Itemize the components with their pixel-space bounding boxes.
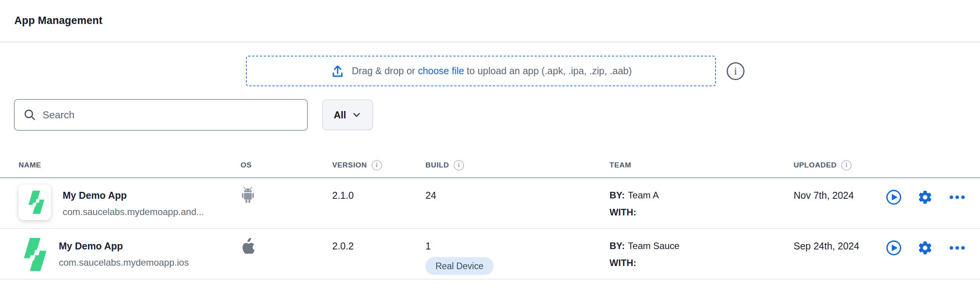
column-header-uploaded[interactable]: UPLOADEDi	[794, 160, 886, 171]
build-number: 24	[425, 190, 610, 201]
team-with-line: WITH:	[610, 207, 794, 218]
table-header: NAME OS VERSIONi BUILDi TEAM UPLOADEDi	[0, 153, 980, 178]
upload-dropzone[interactable]: Drag & drop or choose file to upload an …	[246, 56, 716, 86]
team-cell: BY:Team Sauce WITH:	[610, 229, 794, 268]
info-icon[interactable]: i	[454, 160, 464, 171]
saucelabs-app-icon	[25, 189, 45, 215]
column-header-name[interactable]: NAME	[19, 161, 241, 169]
actions-cell	[886, 229, 980, 256]
search-icon	[23, 108, 36, 121]
upload-row: Drag & drop or choose file to upload an …	[0, 56, 980, 86]
run-button[interactable]	[886, 189, 902, 205]
app-name-cell: My Demo App com.saucelabs.mydemoapp.and.…	[19, 178, 241, 220]
run-button[interactable]	[886, 240, 902, 256]
choose-file-link[interactable]: choose file	[418, 65, 464, 76]
team-cell: BY:Team A WITH:	[610, 178, 794, 218]
column-header-team[interactable]: TEAM	[610, 161, 794, 169]
column-header-build[interactable]: BUILDi	[425, 160, 610, 171]
search-input[interactable]	[43, 109, 299, 121]
info-icon[interactable]: i	[841, 160, 852, 171]
column-header-version[interactable]: VERSIONi	[332, 160, 425, 171]
settings-button[interactable]	[917, 189, 933, 205]
os-cell	[241, 178, 332, 205]
app-name: My Demo App	[59, 241, 189, 252]
app-icon-card	[19, 184, 51, 220]
real-device-badge: Real Device	[425, 257, 493, 275]
filter-selected-label: All	[334, 109, 346, 121]
app-name-cell: My Demo App com.saucelabs.mydemoapp.ios	[19, 229, 241, 273]
settings-button[interactable]	[917, 240, 933, 256]
info-icon[interactable]: i	[372, 160, 382, 171]
table-row[interactable]: My Demo App com.saucelabs.mydemoapp.ios …	[0, 229, 980, 280]
apple-icon	[241, 237, 254, 254]
version-cell: 2.1.0	[332, 178, 425, 201]
filter-dropdown[interactable]: All	[322, 99, 373, 130]
team-with-line: WITH:	[610, 258, 794, 268]
actions-cell	[886, 178, 980, 205]
uploaded-cell: Nov 7th, 2024	[794, 178, 886, 201]
android-icon	[241, 187, 255, 204]
saucelabs-app-icon	[19, 236, 47, 273]
column-header-os[interactable]: OS	[241, 161, 332, 169]
app-package: com.saucelabs.mydemoapp.and...	[63, 207, 204, 217]
more-options-button[interactable]	[948, 240, 966, 256]
search-row: All	[14, 99, 980, 131]
team-by-line: BY:Team Sauce	[610, 241, 794, 251]
page-title: App Management	[14, 15, 102, 27]
chevron-down-icon	[352, 110, 362, 120]
dropzone-text: Drag & drop or choose file to upload an …	[352, 65, 632, 77]
build-number: 1	[425, 241, 610, 252]
team-by-line: BY:Team A	[610, 190, 794, 201]
version-cell: 2.0.2	[332, 229, 425, 252]
uploaded-cell: Sep 24th, 2024	[794, 229, 886, 252]
upload-icon	[330, 63, 345, 79]
upload-info-icon[interactable]: i	[727, 62, 744, 80]
app-package: com.saucelabs.mydemoapp.ios	[59, 257, 189, 268]
more-options-button[interactable]	[948, 189, 966, 205]
app-name: My Demo App	[63, 190, 204, 201]
search-box[interactable]	[14, 99, 308, 131]
table-row[interactable]: My Demo App com.saucelabs.mydemoapp.and.…	[0, 178, 980, 229]
build-cell: 24	[425, 178, 610, 201]
page-header: App Management	[0, 0, 980, 43]
os-cell	[241, 229, 332, 255]
build-cell: 1 Real Device	[425, 229, 610, 275]
